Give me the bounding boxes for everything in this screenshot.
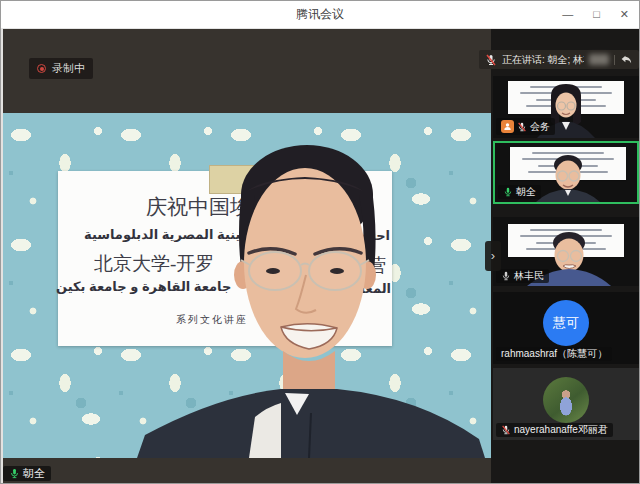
minimize-button[interactable]: — [560,9,575,20]
participant-name: 林丰民 [514,271,544,281]
participant-name: 朝全 [516,187,536,197]
mic-muted-icon [517,122,527,132]
mini-slide [508,224,624,257]
reply-arrow-icon [620,53,633,66]
mini-slide [508,81,624,114]
mic-muted-icon [501,425,511,435]
participant-tile-nayera[interactable]: nayerahanaffe邓丽君 [493,368,639,440]
slide-line4-ar-right: المعسكر ال [317,281,391,296]
slide-title-cn: 庆祝中国埃 [146,193,251,221]
window-controls: — □ ✕ [560,1,631,28]
slide-subtitle-ar-right: احتفالا [347,228,390,243]
titlebar[interactable]: 腾讯会议 — □ ✕ [1,1,639,29]
banner-back-button[interactable] [620,53,633,66]
participant-name: nayerahanaffe邓丽君 [514,425,608,435]
maximize-button[interactable]: □ [591,9,602,20]
record-icon [37,64,46,73]
avatar-initials: 慧可 [543,300,589,346]
slide-line3-cn-left: 北京大学-开罗 [94,251,214,277]
slide-subtitle-ar-left: الصينية المصرية الدبلوماسية [84,227,263,242]
hand-raised-icon [501,120,514,133]
speaking-label: 正在讲话: 朝全; 林丰民 [502,53,584,67]
mic-on-icon [501,271,511,281]
slide-sticky-note [209,165,289,194]
participant-name-badge: nayerahanaffe邓丽君 [496,423,613,437]
speaker-name: 朝全 [23,468,45,479]
speaking-banner: 正在讲话: 朝全; 林丰民 [479,50,639,69]
slide-line3-cn-right: 营 [367,253,386,279]
window-title: 腾讯会议 [296,6,344,23]
speaker-name-badge: 朝全 [3,466,51,481]
main-video-stage[interactable]: 录制中 庆祝中国埃 الصينية المصرية الدبلوماسية اح… [1,29,491,484]
sidebar-collapse-handle[interactable]: › [485,241,501,271]
mic-on-icon [9,468,20,479]
slide-footer-cn: 系列文化讲座 [176,313,248,327]
participant-name-badge: 林丰民 [496,269,549,283]
participant-tile-chaoquan[interactable]: 朝全 [493,141,639,204]
participant-name-badge: 朝全 [498,185,541,199]
presentation-slide: 庆祝中国埃 الصينية المصرية الدبلوماسية احتفال… [58,171,392,346]
participant-tile-huiwu[interactable]: 会务 [493,76,639,138]
app-window: 腾讯会议 — □ ✕ 录制中 庆祝中国埃 الصينية المصرية الد… [0,0,640,484]
meeting-content: 录制中 庆祝中国埃 الصينية المصرية الدبلوماسية اح… [1,29,639,483]
avatar-photo [543,377,589,423]
mini-slide [510,147,626,180]
redaction-blur [589,54,609,65]
mic-muted-icon [485,54,497,66]
speaker-video-feed: 庆祝中国埃 الصينية المصرية الدبلوماسية احتفال… [3,113,491,458]
slide-line4-ar-left: جامعة القاهرة و جامعة بكين [56,279,231,294]
recording-label: 录制中 [52,61,85,76]
participant-name-badge: 会务 [496,118,555,135]
avatar-text: 慧可 [553,314,579,332]
participant-name: rahmaashraf（陈慧可） [501,349,607,359]
participant-sidebar: 会务 朝全 [491,29,640,484]
close-button[interactable]: ✕ [618,9,631,20]
participant-tile-rahmaashraf[interactable]: 慧可 rahmaashraf（陈慧可） [493,292,639,364]
recording-badge: 录制中 [29,58,93,79]
participant-name: 会务 [530,122,550,132]
banner-divider [614,55,615,65]
window-edge-highlight [1,29,3,483]
mic-on-icon [503,187,513,197]
participant-name-badge: rahmaashraf（陈慧可） [496,347,612,361]
participant-tile-linfengmin[interactable]: 林丰民 [493,217,639,286]
